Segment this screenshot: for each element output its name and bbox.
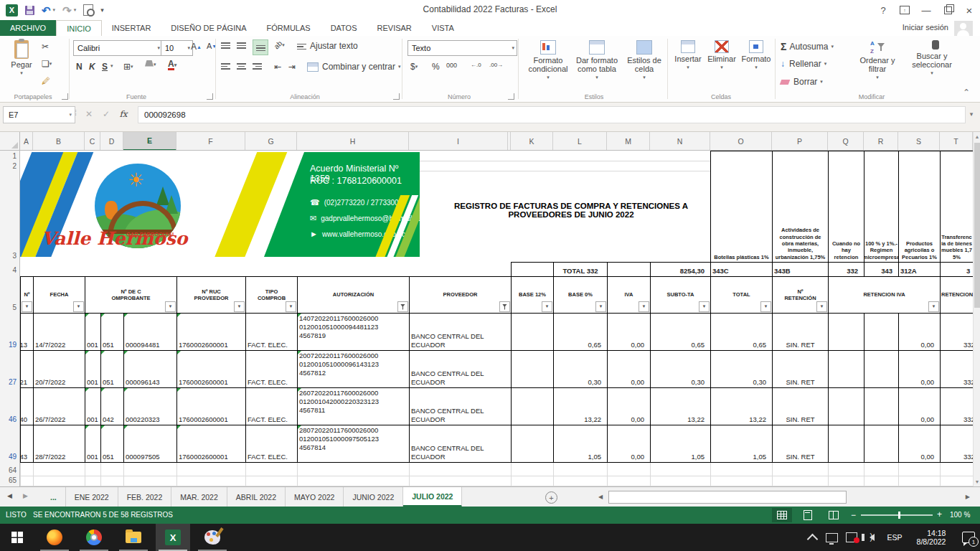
sheet-tab-mayo-2022[interactable]: MAYO 2022	[286, 487, 344, 507]
volume-icon[interactable]	[862, 524, 881, 551]
total-cell-N[interactable]: 8254,30	[650, 262, 710, 276]
tray-expand-icon[interactable]	[804, 524, 821, 551]
taskbar-chrome[interactable]	[77, 524, 111, 551]
row-header-3[interactable]: 3	[12, 252, 17, 260]
align-middle-icon[interactable]	[237, 41, 246, 49]
cell-R49[interactable]	[864, 425, 898, 463]
column-header-B[interactable]: B	[33, 132, 85, 151]
table-header-O[interactable]: TOTAL▼	[710, 276, 772, 314]
column-header-F[interactable]: F	[176, 132, 245, 151]
cell-F46[interactable]: 1760002600001	[176, 388, 245, 425]
underline-dropdown-icon[interactable]: ▾	[110, 63, 113, 69]
sheet-tab-ene-2022[interactable]: ENE 2022	[66, 487, 118, 507]
cell-C19[interactable]: 001	[85, 314, 100, 351]
new-sheet-button[interactable]: +	[545, 491, 557, 504]
upper-header-P[interactable]: Actividades de construcción de obra mate…	[772, 151, 828, 262]
row-header-1[interactable]: 1	[12, 152, 17, 160]
cell-S46[interactable]: 0,00	[898, 388, 940, 425]
cell-I46[interactable]: BANCO CENTRAL DEL ECUADOR	[409, 388, 511, 425]
number-format-combo[interactable]: Texto▾	[407, 40, 517, 56]
filter-dropdown-icon[interactable]: ▼	[639, 301, 649, 312]
select-all-corner[interactable]	[0, 132, 20, 151]
cell-I49[interactable]: BANCO CENTRAL DEL ECUADOR	[409, 425, 511, 463]
comma-format-icon[interactable]: 000	[446, 62, 457, 69]
cell-C46[interactable]: 001	[85, 388, 100, 425]
expand-formula-bar-icon[interactable]: ▾	[963, 106, 980, 122]
filter-dropdown-icon[interactable]: ▼	[22, 301, 32, 312]
cell-T46[interactable]: 332	[940, 388, 973, 425]
taskbar-paint[interactable]	[195, 524, 230, 551]
zoom-out-icon[interactable]: −	[851, 510, 856, 520]
filter-dropdown-icon[interactable]: ▼	[165, 301, 176, 312]
column-header-L[interactable]: L	[553, 132, 607, 151]
table-header-A[interactable]: Nº▼	[20, 276, 33, 314]
cell-D46[interactable]: 042	[100, 388, 123, 425]
cancel-entry-icon[interactable]: ✕	[80, 106, 98, 122]
upper-header-Q[interactable]: Cuando no hay retencion	[828, 151, 864, 262]
cell-E49[interactable]: 000097505	[123, 425, 176, 463]
decrease-decimal-icon[interactable]: .00→	[489, 62, 503, 68]
currency-format-icon[interactable]: $▾	[410, 62, 418, 72]
align-center-icon[interactable]	[237, 62, 246, 70]
cell-A49[interactable]: 43	[20, 425, 33, 463]
filter-dropdown-icon[interactable]: ▼	[928, 301, 939, 312]
filter-dropdown-icon[interactable]: ▼	[595, 301, 606, 312]
insert-function-icon[interactable]: fx	[115, 106, 132, 122]
sheet-tab-junio-2022[interactable]: JUNIO 2022	[344, 487, 403, 507]
cell-P49[interactable]: SIN. RET	[772, 425, 828, 463]
table-header-L[interactable]: BASE 0%▼	[553, 276, 607, 314]
filter-applied-icon[interactable]	[397, 301, 408, 312]
column-header-G[interactable]: G	[245, 132, 297, 151]
column-header-I[interactable]: I	[409, 132, 508, 151]
filter-dropdown-icon[interactable]: ▼	[234, 301, 245, 312]
zoom-in-icon[interactable]: +	[937, 509, 942, 519]
alignment-dialog-launcher-icon[interactable]	[393, 93, 400, 100]
cell-N46[interactable]: 13,22	[650, 388, 710, 425]
tab-scroll-left-icon[interactable]: ◀	[7, 492, 12, 499]
table-header-I[interactable]: PROVEEDOR	[409, 276, 511, 314]
cell-T19[interactable]: 332	[940, 314, 973, 351]
sheet-tab-mar-2022[interactable]: MAR. 2022	[171, 487, 227, 507]
normal-view-icon[interactable]	[772, 508, 792, 522]
cell-H19[interactable]: 140720220117600026000 012001051000094481…	[297, 314, 409, 351]
cell-S27[interactable]: 0,00	[898, 351, 940, 388]
conditional-formatting-button[interactable]: Formato condicional ▾	[527, 40, 570, 80]
underline-button[interactable]: S	[102, 62, 108, 72]
table-header-K[interactable]: BASE 12%▼	[511, 276, 553, 314]
cell-D27[interactable]: 051	[100, 351, 123, 388]
sign-in-link[interactable]: Iniciar sesión	[903, 23, 948, 32]
cell-O27[interactable]: 0,30	[710, 351, 772, 388]
hscroll-right-icon[interactable]: ▶	[966, 494, 970, 500]
cell-K49[interactable]	[511, 425, 553, 463]
column-header-K[interactable]: K	[511, 132, 553, 151]
zoom-slider-thumb[interactable]	[898, 512, 900, 519]
font-dialog-launcher-icon[interactable]	[207, 93, 213, 100]
vertical-scroll-thumb[interactable]	[974, 143, 980, 308]
cell-I27[interactable]: BANCO CENTRAL DEL ECUADOR	[409, 351, 511, 388]
filter-dropdown-icon[interactable]: ▼	[73, 301, 84, 312]
network-icon[interactable]	[822, 524, 841, 551]
cell-O49[interactable]: 1,05	[710, 425, 772, 463]
increase-indent-icon[interactable]: ⇥	[288, 62, 296, 72]
bold-button[interactable]: N	[76, 62, 83, 72]
column-header-O[interactable]: O	[710, 132, 772, 151]
confirm-entry-icon[interactable]: ✓	[98, 106, 115, 122]
total-cell-L[interactable]: TOTAL 332	[553, 262, 607, 276]
cell-M19[interactable]: 0,00	[607, 314, 650, 351]
cell-K46[interactable]	[511, 388, 553, 425]
sheet-tab-overflow[interactable]: ...	[42, 487, 66, 507]
taskbar-excel[interactable]: X	[156, 524, 190, 551]
ribbon-tab-archivo[interactable]: ARCHIVO	[0, 20, 56, 36]
taskbar-firefox[interactable]	[37, 524, 72, 551]
zoom-slider[interactable]	[861, 514, 933, 516]
cell-N27[interactable]: 0,30	[650, 351, 710, 388]
cell-L19[interactable]: 0,65	[553, 314, 607, 351]
taskbar-file-explorer[interactable]	[116, 524, 151, 551]
align-bottom-icon[interactable]	[253, 39, 268, 55]
align-top-icon[interactable]	[221, 41, 230, 49]
increase-decimal-icon[interactable]: ←.0	[471, 62, 481, 68]
ribbon-tab-revisar[interactable]: REVISAR	[367, 20, 422, 36]
total-cell-Q[interactable]: 332	[828, 262, 864, 276]
cell-S19[interactable]: 0,00	[898, 314, 940, 351]
column-header-N[interactable]: N	[650, 132, 710, 151]
